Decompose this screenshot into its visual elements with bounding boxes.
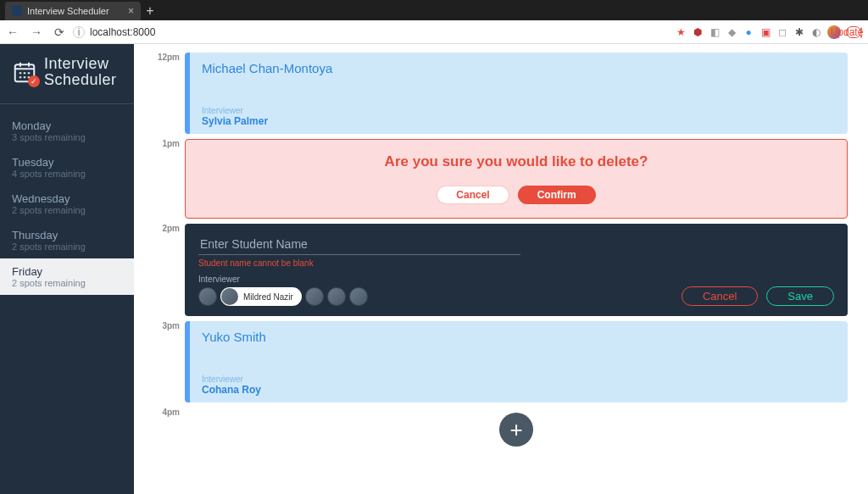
schedule-panel: 12pm Michael Chan-Montoya Interviewer Sy… [134, 44, 868, 494]
appointment-card-3pm[interactable]: Yuko Smith Interviewer Cohana Roy [185, 321, 848, 402]
form-save-button[interactable]: Save [766, 286, 834, 306]
time-label-12pm: 12pm [151, 53, 185, 62]
sidebar-divider [0, 103, 134, 104]
day-spots: 2 spots remaining [12, 278, 122, 288]
address-bar[interactable]: i localhost:8000 [73, 26, 666, 38]
checkmark-badge-icon: ✓ [28, 75, 40, 87]
time-label-3pm: 3pm [151, 321, 185, 330]
menu-dots-icon[interactable]: ⋮ [856, 26, 866, 38]
avatar-icon [221, 288, 238, 305]
day-label: Thursday [12, 229, 122, 241]
ext-icon-2[interactable]: ◆ [726, 26, 737, 38]
confirm-delete-card: Are you sure you would like to delete? C… [185, 139, 848, 219]
app-title-line1: Interview [44, 56, 117, 72]
time-label-4pm: 4pm [151, 408, 185, 417]
empty-slot-4pm: + [185, 408, 848, 452]
update-label: Update [841, 26, 853, 38]
interviewer-avatar-1[interactable] [198, 287, 217, 306]
day-label: Tuesday [12, 156, 122, 169]
shield-icon[interactable]: ⬢ [692, 26, 704, 38]
day-spots: 2 spots remaining [12, 205, 122, 215]
selected-interviewer-name: Mildred Nazir [243, 292, 293, 302]
form-error-message: Student name cannot be blank [198, 258, 671, 268]
close-tab-icon[interactable]: × [128, 5, 134, 17]
cancel-delete-button[interactable]: Cancel [437, 186, 509, 204]
interviewer-name: Sylvia Palmer [202, 115, 836, 127]
sidebar-item-thursday[interactable]: Thursday 2 spots remaining [0, 222, 134, 258]
interviewer-label: Interviewer [202, 375, 836, 384]
calendar-icon: ✓ [12, 59, 37, 85]
url-text: localhost:8000 [90, 26, 155, 38]
interviewer-label: Interviewer [198, 275, 671, 284]
extension-icons: ★ ⬢ ◧ ◆ ● ▣ ◻ ✱ ◐ Update ⋮ [675, 25, 861, 39]
confirm-message: Are you sure you would like to delete? [385, 153, 648, 170]
ext-icon-3[interactable]: ● [743, 26, 754, 38]
interviewer-avatar-5[interactable] [349, 287, 368, 306]
favicon-icon [12, 6, 22, 16]
day-label: Wednesday [12, 192, 122, 205]
form-cancel-button[interactable]: Cancel [682, 286, 758, 306]
browser-tabstrip: Interview Scheduler × + [0, 0, 868, 20]
ext-icon-7[interactable]: ◐ [810, 26, 822, 38]
day-label: Friday [12, 265, 122, 278]
app-logo: ✓ Interview Scheduler [0, 44, 134, 103]
interviewer-label: Interviewer [202, 106, 836, 115]
day-label: Monday [12, 119, 122, 132]
ext-icon-5[interactable]: ◻ [776, 26, 788, 38]
site-info-icon[interactable]: i [73, 26, 85, 38]
plus-icon: + [509, 417, 522, 443]
sidebar: ✓ Interview Scheduler Monday 3 spots rem… [0, 44, 134, 494]
student-name-input[interactable] [198, 234, 520, 255]
confirm-delete-button[interactable]: Confirm [518, 186, 596, 204]
sidebar-item-monday[interactable]: Monday 3 spots remaining [0, 113, 134, 149]
time-label-2pm: 2pm [151, 224, 185, 233]
ext-icon-1[interactable]: ◧ [709, 26, 721, 38]
tab-title: Interview Scheduler [27, 6, 109, 16]
add-appointment-button[interactable]: + [499, 413, 533, 447]
sidebar-item-tuesday[interactable]: Tuesday 4 spots remaining [0, 149, 134, 186]
student-name: Yuko Smith [202, 330, 836, 344]
forward-icon[interactable]: → [31, 25, 42, 39]
back-icon[interactable]: ← [7, 25, 19, 39]
appointment-form-card: Student name cannot be blank Interviewer… [185, 224, 848, 316]
day-spots: 2 spots remaining [12, 241, 122, 252]
interviewer-avatar-4[interactable] [327, 287, 346, 306]
day-spots: 4 spots remaining [12, 169, 122, 179]
reload-icon[interactable]: ⟳ [54, 25, 64, 39]
student-name: Michael Chan-Montoya [202, 61, 836, 75]
sidebar-item-wednesday[interactable]: Wednesday 2 spots remaining [0, 186, 134, 222]
time-label-1pm: 1pm [151, 139, 185, 148]
appointment-card-12pm[interactable]: Michael Chan-Montoya Interviewer Sylvia … [185, 53, 848, 134]
interviewer-avatar-3[interactable] [305, 287, 324, 306]
interviewer-name: Cohana Roy [202, 384, 836, 396]
day-spots: 3 spots remaining [12, 132, 122, 142]
interviewer-picker: Mildred Nazir [198, 287, 671, 306]
new-tab-button[interactable]: + [141, 2, 159, 20]
app-title-line2: Scheduler [44, 72, 117, 88]
sidebar-item-friday[interactable]: Friday 2 spots remaining [0, 258, 134, 295]
ext-icon-4[interactable]: ▣ [760, 26, 771, 38]
browser-toolbar: ← → ⟳ i localhost:8000 ★ ⬢ ◧ ◆ ● ▣ ◻ ✱ ◐… [0, 20, 868, 44]
browser-tab[interactable]: Interview Scheduler × [5, 2, 141, 20]
ext-icon-6[interactable]: ✱ [793, 26, 805, 38]
interviewer-avatar-selected[interactable]: Mildred Nazir [220, 287, 302, 306]
star-icon[interactable]: ★ [675, 26, 687, 38]
update-button[interactable]: Update ⋮ [846, 26, 861, 38]
